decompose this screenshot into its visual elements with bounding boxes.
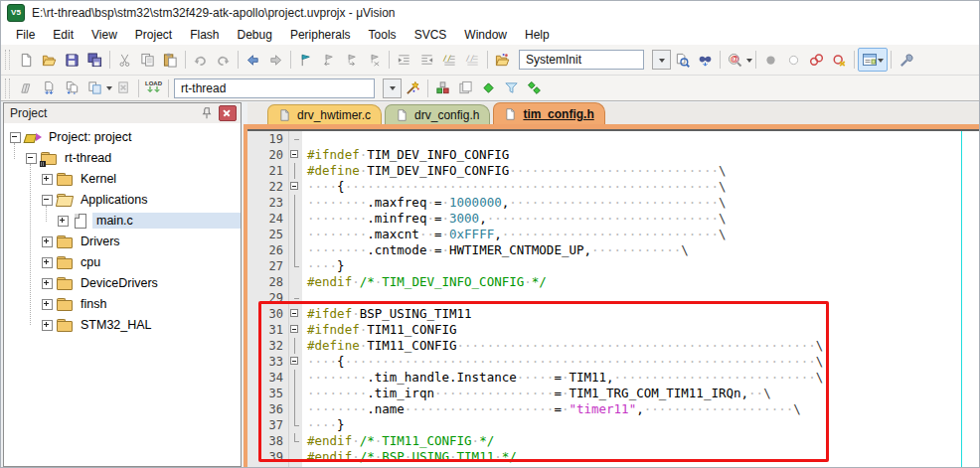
build-icon[interactable] (38, 78, 61, 99)
tree-item-finsh[interactable]: finsh (4, 294, 241, 314)
code-line[interactable]: 40 (247, 465, 979, 467)
download-icon[interactable]: LOAD (142, 78, 165, 99)
menu-item-window[interactable]: Window (455, 26, 516, 44)
toolbar-grip[interactable] (5, 78, 10, 98)
code-line[interactable]: 27····} (247, 258, 979, 274)
previous-bookmark-icon[interactable] (317, 49, 340, 71)
collapse-minus-icon[interactable] (26, 153, 37, 164)
code-line[interactable]: 22····{·································… (247, 179, 979, 195)
expand-plus-icon[interactable] (58, 216, 69, 227)
tab-drv-config-h[interactable]: drv_config.h (385, 104, 490, 124)
menu-item-view[interactable]: View (82, 26, 126, 44)
tab-tim-config-h[interactable]: tim_config.h (493, 102, 604, 124)
code-line[interactable]: 20#ifndef·TIM_DEV_INFO_CONFIG (247, 147, 979, 163)
window-layout-icon (862, 52, 878, 68)
code-line[interactable]: 26········.cntmode·=·HWTIMER_CNTMODE_UP,… (247, 242, 979, 258)
menu-item-project[interactable]: Project (126, 26, 181, 44)
expand-plus-icon[interactable] (42, 278, 53, 289)
menu-item-edit[interactable]: Edit (44, 26, 82, 44)
cut-icon[interactable] (113, 49, 136, 71)
target-options-icon[interactable] (402, 78, 424, 99)
code-line[interactable]: 23········.maxfreq·=·1000000,···········… (247, 195, 979, 211)
edit-configuration-icon[interactable] (491, 49, 514, 71)
navigate-forward-icon[interactable] (264, 49, 287, 71)
current-function-dropdown[interactable] (652, 50, 671, 70)
save-icon[interactable] (61, 49, 83, 71)
window-layout-button[interactable] (858, 48, 888, 72)
expand-plus-icon[interactable] (42, 257, 53, 268)
code-editor[interactable]: 1920#ifndef·TIM_DEV_INFO_CONFIG21#define… (247, 131, 979, 467)
collapse-minus-icon[interactable] (10, 132, 21, 143)
redo-icon[interactable] (212, 49, 235, 71)
code-line[interactable]: 21#define·TIM_DEV_INFO_CONFIG···········… (247, 163, 979, 179)
stop-build-icon[interactable] (112, 78, 135, 99)
breakpoint-kill-all-icon[interactable] (828, 49, 851, 71)
manage-runtime-environment-icon[interactable] (431, 78, 454, 99)
file-extensions-filter-icon[interactable] (500, 78, 523, 99)
tree-item-cpu[interactable]: cpu (4, 252, 241, 272)
rebuild-icon[interactable] (61, 78, 83, 99)
search-dropdown-icon[interactable] (746, 59, 752, 66)
toolbar-grip[interactable] (5, 50, 10, 70)
select-target-combo[interactable]: rt-thread (174, 78, 375, 98)
paste-icon[interactable] (159, 49, 182, 71)
tree-item-drivers[interactable]: Drivers (4, 232, 241, 251)
new-file-icon[interactable] (15, 49, 38, 71)
expand-plus-icon[interactable] (42, 174, 53, 185)
pack-installer-icon[interactable] (477, 78, 500, 99)
select-target-dropdown[interactable] (383, 78, 402, 98)
tree-item-main-c[interactable]: main.c (4, 211, 241, 231)
menu-item-file[interactable]: File (7, 26, 44, 44)
breakpoint-disable-all-icon[interactable] (805, 49, 828, 71)
fold-collapse-icon[interactable] (288, 147, 302, 163)
save-all-icon[interactable] (83, 49, 106, 71)
clear-bookmarks-icon[interactable] (363, 49, 386, 71)
breakpoint-toggle-icon[interactable] (759, 49, 782, 71)
menu-item-help[interactable]: Help (516, 26, 559, 44)
indent-left-icon[interactable] (415, 49, 438, 71)
tree-item-stm32-hal[interactable]: STM32_HAL (4, 315, 241, 335)
batch-build-icon[interactable] (83, 78, 106, 99)
menu-item-svcs[interactable]: SVCS (406, 26, 456, 44)
copy-icon[interactable] (136, 49, 159, 71)
menu-item-tools[interactable]: Tools (360, 26, 406, 44)
expand-plus-icon[interactable] (42, 320, 53, 331)
breakpoint-enable-icon[interactable] (782, 49, 805, 71)
collapse-minus-icon[interactable] (42, 195, 53, 206)
tree-item-rt-thread[interactable]: rt-thread (4, 148, 241, 168)
menu-item-peripherals[interactable]: Peripherals (281, 26, 360, 44)
current-function-combo[interactable]: SystemInit (519, 50, 644, 70)
translate-icon[interactable] (15, 78, 38, 99)
find-next-icon[interactable] (694, 49, 717, 71)
tree-item-kernel[interactable]: Kernel (4, 169, 241, 189)
uncomment-selection-icon[interactable]: // (461, 49, 484, 71)
expand-plus-icon[interactable] (42, 236, 53, 247)
undo-icon[interactable] (189, 49, 212, 71)
fold-collapse-icon[interactable] (288, 179, 302, 195)
tree-item-applications[interactable]: Applications (4, 190, 241, 210)
configure-tools-icon[interactable] (895, 49, 917, 71)
select-software-packs-icon[interactable] (523, 78, 546, 99)
tree-item-devicedrivers[interactable]: DeviceDrivers (4, 273, 241, 293)
navigate-back-icon[interactable] (242, 49, 264, 71)
indent-right-icon[interactable] (393, 49, 415, 71)
tree-item-project-root[interactable]: Project: project (4, 127, 241, 147)
code-line[interactable]: 25········.maxcnt··=·0xFFFF,············… (247, 227, 979, 242)
code-line[interactable]: 28#endif·/*·TIM_DEV_INFO_CONFIG·*/ (247, 274, 979, 290)
search-at-icon[interactable]: @ (724, 49, 746, 71)
next-bookmark-icon[interactable] (340, 49, 363, 71)
code-line[interactable]: 19 (247, 131, 979, 147)
manage-books-icon[interactable] (454, 78, 477, 99)
menu-item-flash[interactable]: Flash (181, 26, 228, 44)
open-file-icon[interactable] (38, 49, 61, 71)
find-in-files-icon[interactable] (671, 49, 694, 71)
comment-selection-icon[interactable]: // (438, 49, 461, 71)
tab-drv-hwtimer-c[interactable]: drv_hwtimer.c (267, 104, 382, 124)
insert-bookmark-icon[interactable] (294, 49, 317, 71)
pin-icon[interactable] (199, 106, 215, 121)
menu-item-debug[interactable]: Debug (229, 26, 281, 44)
annotation-highlight-box (258, 301, 829, 462)
code-line[interactable]: 24········.minfreq·=·3000,··············… (247, 211, 979, 227)
expand-plus-icon[interactable] (42, 299, 53, 310)
close-icon[interactable] (219, 105, 237, 121)
